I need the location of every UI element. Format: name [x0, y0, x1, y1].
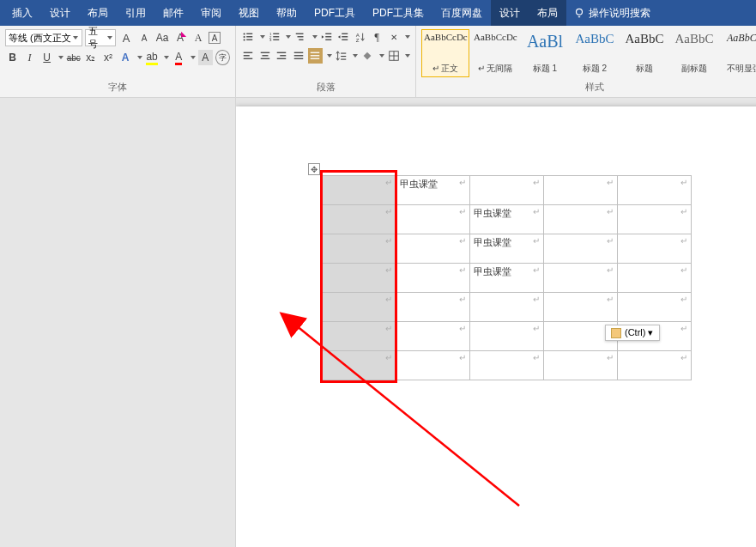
group-styles: AaBbCcDc↵ 正文AaBbCcDc↵ 无间隔AaBl标题 1AaBbC标题…: [416, 26, 756, 97]
tell-me[interactable]: 操作说明搜索: [573, 6, 650, 21]
font-name-combo[interactable]: 等线 (西文正文: [5, 29, 82, 46]
menu-tab-0[interactable]: 插入: [3, 0, 41, 26]
table-cell[interactable]: ↵: [470, 176, 544, 205]
line-spacing-button[interactable]: [335, 48, 349, 64]
shading-button[interactable]: [360, 48, 375, 64]
menu-tab-12[interactable]: 布局: [529, 0, 566, 26]
cell-text: 甲虫课堂: [474, 207, 511, 220]
menu-tab-3[interactable]: 引用: [117, 0, 154, 26]
sort-button[interactable]: AZ: [354, 29, 368, 45]
table-cell[interactable]: ↵: [544, 264, 618, 293]
font-size-combo[interactable]: 五号: [85, 29, 116, 46]
document-table[interactable]: ↵甲虫课堂↵↵↵↵↵↵甲虫课堂↵↵↵↵↵甲虫课堂↵↵↵↵↵甲虫课堂↵↵↵↵↵↵↵…: [322, 175, 692, 380]
snap-button[interactable]: ✕: [387, 29, 402, 45]
menu-tab-2[interactable]: 布局: [79, 0, 117, 26]
page-area[interactable]: ✥ ↵甲虫课堂↵↵↵↵↵↵甲虫课堂↵↵↵↵↵甲虫课堂↵↵↵↵↵甲虫课堂↵↵↵↵↵…: [236, 98, 756, 547]
bullets-button[interactable]: [241, 29, 256, 45]
table-cell[interactable]: ↵: [544, 351, 618, 380]
menu-tab-7[interactable]: 帮助: [268, 0, 305, 26]
menu-tab-11[interactable]: 设计: [491, 0, 529, 26]
para-mark-icon: ↵: [533, 324, 540, 333]
table-cell[interactable]: 甲虫课堂↵: [470, 264, 544, 293]
table-cell[interactable]: ↵: [618, 205, 692, 234]
menu-tab-9[interactable]: PDF工具集: [364, 0, 432, 26]
menu-tab-4[interactable]: 邮件: [154, 0, 192, 26]
table-cell[interactable]: 甲虫课堂↵: [396, 176, 470, 205]
style-item-5[interactable]: AaBbC副标题: [670, 29, 718, 77]
style-item-1[interactable]: AaBbCcDc↵ 无间隔: [471, 29, 519, 77]
table-cell[interactable]: ↵: [396, 234, 470, 264]
style-item-0[interactable]: AaBbCcDc↵ 正文: [421, 29, 469, 77]
table-cell[interactable]: ↵: [618, 264, 692, 293]
subscript-button[interactable]: x₂: [83, 50, 98, 65]
table-cell[interactable]: ↵: [323, 351, 396, 380]
increase-indent-button[interactable]: [336, 29, 351, 45]
strike-button[interactable]: abc: [66, 50, 81, 65]
clear-format-button[interactable]: A◣: [172, 30, 188, 46]
table-cell[interactable]: ↵: [618, 351, 692, 380]
table-cell[interactable]: ↵: [323, 176, 396, 205]
align-left-button[interactable]: [241, 48, 256, 64]
style-item-4[interactable]: AaBbC标题: [620, 29, 668, 77]
table-cell[interactable]: ↵: [618, 234, 692, 264]
italic-button[interactable]: I: [22, 50, 37, 65]
table-cell[interactable]: ↵: [396, 264, 470, 293]
menu-tab-6[interactable]: 视图: [230, 0, 268, 26]
bold-button[interactable]: B: [5, 50, 20, 65]
table-cell[interactable]: ↵: [544, 176, 618, 205]
superscript-button[interactable]: x²: [100, 50, 115, 65]
char-border-button[interactable]: A: [209, 32, 221, 44]
table-cell[interactable]: ↵: [396, 351, 470, 380]
font-color-button[interactable]: A: [172, 50, 186, 65]
svg-point-3: [244, 36, 245, 38]
numbering-button[interactable]: 123: [268, 29, 282, 45]
align-right-button[interactable]: [275, 48, 289, 64]
table-cell[interactable]: ↵: [323, 264, 396, 293]
table-cell[interactable]: ↵: [470, 293, 544, 322]
menu-tab-10[interactable]: 百度网盘: [432, 0, 491, 26]
para-mark-icon: ↵: [533, 353, 540, 362]
table-cell[interactable]: ↵: [323, 293, 396, 322]
table-cell[interactable]: ↵: [544, 205, 618, 234]
multilevel-button[interactable]: [293, 29, 308, 45]
table-cell[interactable]: ↵: [396, 293, 470, 322]
underline-button[interactable]: U: [39, 50, 54, 65]
table-move-handle[interactable]: ✥: [308, 163, 320, 175]
table-cell[interactable]: ↵: [323, 234, 396, 264]
borders-button[interactable]: [387, 48, 402, 64]
navigation-pane[interactable]: [0, 98, 236, 547]
table-cell[interactable]: ↵: [470, 322, 544, 351]
table-cell[interactable]: 甲虫课堂↵: [470, 234, 544, 264]
table-cell[interactable]: ↵: [618, 176, 692, 205]
style-item-6[interactable]: AaBbCc不明显强: [720, 29, 756, 77]
style-item-3[interactable]: AaBbC标题 2: [571, 29, 619, 77]
menu-tab-8[interactable]: PDF工具: [305, 0, 364, 26]
align-center-button[interactable]: [258, 48, 273, 64]
paste-options-button[interactable]: (Ctrl) ▾: [605, 325, 660, 341]
highlight-button[interactable]: ab: [145, 50, 160, 65]
table-cell[interactable]: ↵: [323, 205, 396, 234]
table-cell[interactable]: ↵: [396, 322, 470, 351]
shrink-font-button[interactable]: A: [136, 30, 152, 46]
menu-tab-1[interactable]: 设计: [41, 0, 79, 26]
change-case-button[interactable]: Aa: [154, 30, 170, 46]
char-shading-button[interactable]: A: [198, 50, 213, 65]
justify-button[interactable]: [292, 48, 306, 64]
enclose-char-button[interactable]: 字: [215, 50, 230, 65]
style-item-2[interactable]: AaBl标题 1: [521, 29, 569, 77]
paste-options-label: (Ctrl) ▾: [625, 327, 654, 338]
table-cell[interactable]: ↵: [323, 322, 396, 351]
decrease-indent-button[interactable]: [320, 29, 335, 45]
show-marks-button[interactable]: ¶: [370, 29, 384, 45]
phonetic-guide-button[interactable]: A: [191, 30, 206, 46]
table-cell[interactable]: ↵: [544, 234, 618, 264]
table-cell[interactable]: 甲虫课堂↵: [470, 205, 544, 234]
text-effects-button[interactable]: A: [118, 50, 132, 65]
table-cell[interactable]: ↵: [544, 293, 618, 322]
menu-tab-5[interactable]: 审阅: [192, 0, 230, 26]
table-cell[interactable]: ↵: [618, 293, 692, 322]
table-cell[interactable]: ↵: [396, 205, 470, 234]
table-cell[interactable]: ↵: [470, 351, 544, 380]
grow-font-button[interactable]: A: [118, 30, 134, 46]
distribute-button[interactable]: [308, 48, 323, 64]
